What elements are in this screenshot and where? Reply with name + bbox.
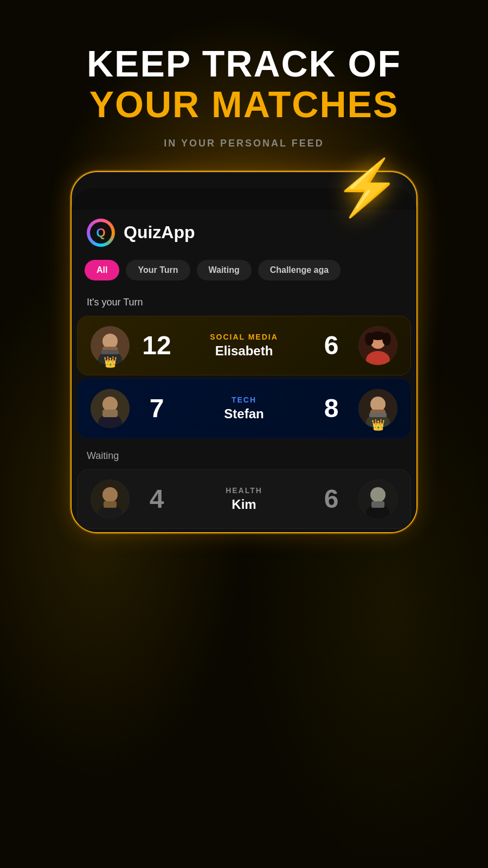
match-category-stefan: TECH	[184, 395, 304, 404]
opponent2-avatar-wrap: 👑	[358, 389, 397, 428]
opponent-avatar-elisabeth	[358, 326, 397, 365]
svg-point-25	[370, 487, 386, 502]
svg-rect-23	[104, 501, 117, 508]
player3-avatar-wrap	[91, 480, 130, 519]
app-logo-letter: Q	[96, 226, 105, 240]
opponent-crown-stefan: 👑	[371, 418, 385, 431]
svg-rect-14	[102, 410, 118, 417]
player-score-kim: 4	[140, 484, 173, 514]
waiting-section-label: Waiting	[72, 442, 416, 466]
match-category-kim: HEALTH	[184, 486, 304, 495]
opponent3-avatar-wrap	[358, 480, 397, 519]
player-score-stefan: 7	[140, 393, 173, 423]
player-avatar-wrap: 👑	[91, 326, 130, 365]
player2-avatar-svg	[91, 389, 130, 428]
player2-avatar	[91, 389, 130, 428]
svg-point-10	[370, 331, 386, 340]
match-category-elisabeth: SOCIAL MEDIA	[184, 333, 304, 341]
match-info-elisabeth: SOCIAL MEDIA Elisabeth	[184, 333, 304, 359]
match-card-elisabeth[interactable]: 👑 12 SOCIAL MEDIA Elisabeth 6	[77, 316, 411, 375]
match-card-kim[interactable]: 4 HEALTH Kim 6	[77, 469, 411, 529]
player3-avatar	[91, 480, 130, 519]
phone-screen: Q QuizApp All Your Turn Waiting Challeng…	[72, 188, 416, 532]
phone-container: ⚡ Q QuizApp All Your Turn Wa	[70, 171, 418, 533]
headline-line1: KEEP TRACK OF	[87, 43, 401, 84]
svg-point-1	[102, 334, 118, 349]
headline-line2: YOUR MATCHES	[87, 84, 401, 125]
your-turn-section-label: It's your Turn	[72, 289, 416, 312]
opponent-score-kim: 6	[315, 484, 348, 514]
opponent3-avatar-svg	[358, 480, 397, 519]
player-score-elisabeth: 12	[140, 330, 173, 360]
svg-rect-19	[369, 413, 387, 417]
player-crown: 👑	[104, 355, 117, 368]
filter-tab-your-turn[interactable]: Your Turn	[126, 260, 190, 280]
match-opponent-name-stefan: Stefan	[184, 406, 304, 422]
svg-point-16	[370, 397, 386, 412]
headline-section: KEEP TRACK OF YOUR MATCHES	[87, 43, 401, 125]
opponent-avatar-svg	[358, 326, 397, 365]
opponent-score-stefan: 8	[315, 393, 348, 423]
app-logo: Q	[87, 219, 115, 247]
match-opponent-name-kim: Kim	[184, 497, 304, 512]
filter-tab-challenge[interactable]: Challenge aga	[258, 260, 341, 280]
svg-point-21	[102, 487, 118, 502]
app-name: QuizApp	[124, 222, 195, 242]
opponent-avatar-wrap	[358, 326, 397, 365]
player3-avatar-svg	[91, 480, 130, 519]
phone-frame: Q QuizApp All Your Turn Waiting Challeng…	[70, 171, 418, 533]
filter-tab-waiting[interactable]: Waiting	[197, 260, 252, 280]
match-opponent-name-elisabeth: Elisabeth	[184, 343, 304, 359]
svg-point-12	[102, 397, 118, 412]
app-logo-inner: Q	[90, 222, 112, 244]
match-info-kim: HEALTH Kim	[184, 486, 304, 512]
opponent-score-elisabeth: 6	[315, 330, 348, 360]
match-card-stefan[interactable]: 7 TECH Stefan 8	[77, 379, 411, 438]
filter-tabs: All Your Turn Waiting Challenge aga	[72, 256, 416, 289]
match-info-stefan: TECH Stefan	[184, 395, 304, 422]
svg-rect-27	[371, 501, 384, 508]
svg-rect-4	[101, 350, 119, 354]
subtitle: IN YOUR PERSONAL FEED	[164, 138, 324, 149]
lightning-icon: ⚡	[333, 160, 401, 214]
page-content: KEEP TRACK OF YOUR MATCHES IN YOUR PERSO…	[0, 0, 488, 868]
filter-tab-all[interactable]: All	[85, 260, 119, 280]
player2-avatar-wrap	[91, 389, 130, 428]
opponent-avatar-kim	[358, 480, 397, 519]
